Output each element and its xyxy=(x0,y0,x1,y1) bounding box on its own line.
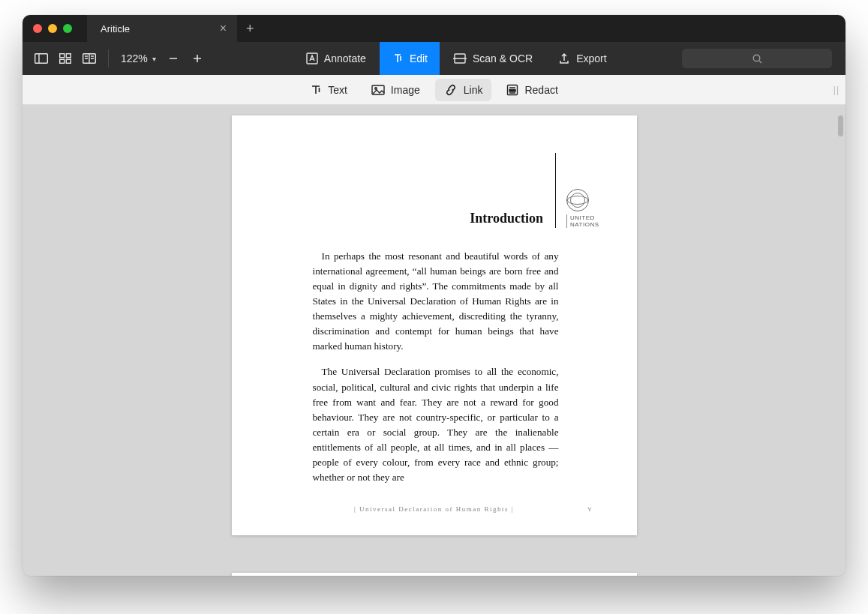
chevron-down-icon: ▾ xyxy=(152,55,156,63)
document-canvas[interactable]: Introduction UNITED NATIONS In perhaps t… xyxy=(23,105,845,576)
publisher-name: UNITED NATIONS xyxy=(566,214,599,228)
svg-point-19 xyxy=(753,55,760,61)
document-page: Introduction UNITED NATIONS In perhaps t… xyxy=(232,115,637,535)
svg-rect-0 xyxy=(35,54,48,64)
edit-tool-button[interactable]: Edit xyxy=(380,42,440,75)
scan-icon xyxy=(453,52,467,64)
toolbar-drag-handle[interactable]: || xyxy=(833,85,839,95)
export-tool-button[interactable]: Export xyxy=(546,42,618,75)
reading-view-button[interactable] xyxy=(78,47,101,70)
text-tool-button[interactable]: Text xyxy=(301,79,356,101)
paragraph-1: In perhaps the most resonant and beautif… xyxy=(313,249,559,354)
image-tool-icon xyxy=(371,85,385,95)
svg-rect-26 xyxy=(509,89,515,91)
edit-icon xyxy=(392,52,404,64)
zoom-level-label: 122% xyxy=(121,52,148,64)
zoom-in-button[interactable] xyxy=(186,47,209,70)
search-icon xyxy=(752,54,762,64)
redact-tool-button[interactable]: Redact xyxy=(497,79,566,101)
page-number: v xyxy=(577,505,592,513)
page-body-text: In perhaps the most resonant and beautif… xyxy=(269,249,599,496)
svg-rect-4 xyxy=(60,59,65,63)
window-controls xyxy=(33,24,72,33)
svg-point-23 xyxy=(375,87,377,89)
zoom-out-button[interactable] xyxy=(162,47,185,70)
sidebar-toggle-button[interactable] xyxy=(30,47,53,70)
publisher-logo-block: UNITED NATIONS xyxy=(556,153,599,228)
tab-title: Ariticle xyxy=(101,23,130,34)
scrollbar-thumb[interactable] xyxy=(838,115,843,136)
main-toolbar: 122% ▾ Annotate Edit Scan & OCR Export xyxy=(23,42,845,75)
section-title-block: Introduction xyxy=(269,153,557,228)
toolbar-divider xyxy=(108,49,109,67)
page-header: Introduction UNITED NATIONS xyxy=(269,153,599,228)
link-tool-button[interactable]: Link xyxy=(435,79,492,101)
next-page-peek xyxy=(232,573,637,576)
page-footer: | Universal Declaration of Human Rights … xyxy=(269,505,599,513)
svg-line-20 xyxy=(759,61,761,63)
zoom-dropdown[interactable]: 122% ▾ xyxy=(116,52,161,64)
image-tool-button[interactable]: Image xyxy=(362,79,429,101)
scan-ocr-tool-button[interactable]: Scan & OCR xyxy=(441,42,545,75)
un-emblem-icon xyxy=(566,189,589,211)
edit-label: Edit xyxy=(410,52,428,64)
annotate-icon xyxy=(306,52,318,64)
export-icon xyxy=(558,52,570,64)
link-tool-icon xyxy=(444,84,458,96)
svg-rect-3 xyxy=(66,54,71,58)
scan-ocr-label: Scan & OCR xyxy=(473,52,533,64)
paragraph-2: The Universal Declaration promises to al… xyxy=(313,364,559,485)
titlebar: Ariticle × + xyxy=(23,15,845,42)
annotate-label: Annotate xyxy=(324,52,366,64)
redact-tool-icon xyxy=(506,84,518,96)
close-tab-icon[interactable]: × xyxy=(220,22,227,34)
maximize-window-button[interactable] xyxy=(63,24,72,33)
image-tool-label: Image xyxy=(391,84,420,96)
minimize-window-button[interactable] xyxy=(48,24,57,33)
text-tool-label: Text xyxy=(328,84,347,96)
close-window-button[interactable] xyxy=(33,24,42,33)
app-window: Ariticle × + 122% ▾ Annotate xyxy=(23,15,845,576)
redact-tool-label: Redact xyxy=(524,84,557,96)
annotate-tool-button[interactable]: Annotate xyxy=(294,42,378,75)
link-tool-label: Link xyxy=(464,84,483,96)
svg-rect-5 xyxy=(66,59,71,63)
svg-rect-2 xyxy=(60,54,65,58)
thumbnails-view-button[interactable] xyxy=(54,47,77,70)
export-label: Export xyxy=(576,52,606,64)
search-input[interactable] xyxy=(682,49,832,68)
footer-title: | Universal Declaration of Human Rights … xyxy=(292,505,577,513)
new-tab-button[interactable]: + xyxy=(246,21,254,37)
text-tool-icon xyxy=(310,84,322,96)
section-title: Introduction xyxy=(470,211,543,228)
document-tab[interactable]: Ariticle × xyxy=(87,15,237,42)
edit-sub-toolbar: Text Image Link Redact || xyxy=(23,75,845,105)
